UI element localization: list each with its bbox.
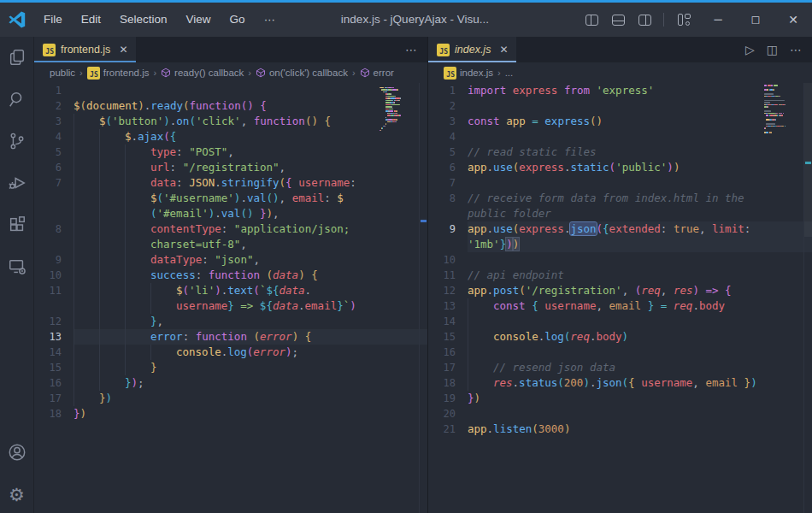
tab-frontend.js[interactable]: JSfrontend.js✕ xyxy=(34,37,136,62)
code-line[interactable]: $('#username').val(), email: $ xyxy=(34,191,427,206)
minimap-seg xyxy=(395,96,396,97)
code-line[interactable]: 21app.listen(3000) xyxy=(428,422,812,437)
code-line[interactable]: 4$.ajax({ xyxy=(34,129,427,144)
code-line[interactable]: 8contentType: "application/json; xyxy=(34,221,427,237)
line-number: 18 xyxy=(34,406,74,422)
code-line[interactable]: charset=utf-8", xyxy=(34,237,427,252)
code-line[interactable]: 14 xyxy=(428,314,812,329)
overview-ruler[interactable] xyxy=(419,83,427,513)
source-control-icon[interactable] xyxy=(7,131,27,151)
extensions-icon[interactable] xyxy=(7,215,27,235)
code-line[interactable]: 1 xyxy=(34,83,427,98)
code-line[interactable]: 17}) xyxy=(34,391,427,406)
code-line[interactable]: 16 xyxy=(428,345,812,360)
code-line[interactable]: 3$('button').on('click', function() { xyxy=(34,114,427,129)
close-button[interactable]: ✕ xyxy=(774,3,812,37)
split-editor-icon[interactable]: ◫ xyxy=(767,43,778,56)
menu-item-selection[interactable]: Selection xyxy=(110,3,177,37)
code-line[interactable]: 13error: function (error) { xyxy=(34,329,427,345)
code-line[interactable]: 7 xyxy=(428,175,812,191)
code-line[interactable]: 2$(document).ready(function() { xyxy=(34,98,427,114)
code-line[interactable]: 15} xyxy=(34,360,427,375)
code-line[interactable]: public folder xyxy=(428,206,812,221)
breadcrumb-item[interactable]: JSfrontend.js xyxy=(87,67,150,80)
code-line[interactable]: 6url: "/registration", xyxy=(34,160,427,175)
code-line[interactable]: 20 xyxy=(428,406,812,422)
tab-close-icon[interactable]: ✕ xyxy=(115,44,127,56)
code-line[interactable]: 16}); xyxy=(34,375,427,391)
code-line[interactable]: 17// resend json data xyxy=(428,360,812,375)
code-line[interactable]: 19}) xyxy=(428,391,812,406)
menu-item-edit[interactable]: Edit xyxy=(72,3,110,37)
code-line[interactable]: 1import express from 'express' xyxy=(428,83,812,98)
minimap[interactable] xyxy=(764,85,803,179)
code-line[interactable]: 10 xyxy=(428,252,812,268)
code-line[interactable]: 9app.use(express.json({extended: true, l… xyxy=(428,221,812,237)
menu-item-go[interactable]: Go xyxy=(221,3,255,37)
code-line[interactable]: 3const app = express() xyxy=(428,114,812,129)
vscode-logo-icon[interactable] xyxy=(0,11,34,28)
code-line[interactable]: '1mb'})) xyxy=(428,237,812,252)
token xyxy=(635,376,642,389)
breadcrumb-item[interactable]: on('click') callback xyxy=(256,68,348,78)
account-icon[interactable] xyxy=(7,442,27,463)
settings-gear-icon[interactable]: ⚙ xyxy=(7,484,27,504)
code-line[interactable]: username} => ${data.email}`) xyxy=(34,298,427,314)
code-line[interactable]: 18}) xyxy=(34,406,427,422)
code-line[interactable]: 18res.status(200).json({ username, email… xyxy=(428,375,812,391)
tab-close-icon[interactable]: ✕ xyxy=(496,44,508,56)
breadcrumb-item[interactable]: ready() callback xyxy=(161,68,244,78)
code-text: res.status(200).json({ username, email }… xyxy=(468,375,812,391)
more-actions-icon[interactable]: ⋯ xyxy=(405,43,417,56)
minimap-seg xyxy=(397,110,397,112)
code-line[interactable]: 11// api endpoint xyxy=(428,268,812,283)
run-debug-icon[interactable] xyxy=(7,173,27,193)
explorer-icon[interactable] xyxy=(7,47,27,68)
token: // api endpoint xyxy=(468,268,564,281)
breadcrumb-item[interactable]: public xyxy=(50,68,75,78)
code-line[interactable]: 11$('li').text(`${data. xyxy=(34,283,427,298)
remote-explorer-icon[interactable] xyxy=(7,256,27,277)
code-line[interactable]: 4 xyxy=(428,129,812,144)
minimap[interactable] xyxy=(380,85,419,179)
code-line[interactable]: 12app.post('/registration', (req, res) =… xyxy=(428,283,812,298)
more-actions-icon[interactable]: ⋯ xyxy=(790,43,802,56)
code-line[interactable]: 8// receive form data from index.html in… xyxy=(428,191,812,206)
code-line[interactable]: 15console.log(req.body) xyxy=(428,329,812,345)
scrollbar-slider[interactable] xyxy=(804,83,812,237)
run-file-icon[interactable]: ▷ xyxy=(745,43,755,56)
maximize-button[interactable]: ◻ xyxy=(737,3,774,37)
code-line[interactable]: 6app.use(express.static('public')) xyxy=(428,160,812,175)
indent-guide xyxy=(99,329,125,345)
tab-index.js[interactable]: JSindex.js✕ xyxy=(428,37,516,62)
code-line[interactable]: 2 xyxy=(428,98,812,114)
minimize-button[interactable]: ─ xyxy=(699,3,737,37)
indent-guide xyxy=(74,221,99,237)
code-line[interactable]: 14console.log(error); xyxy=(34,345,427,360)
toggle-panel-icon[interactable] xyxy=(612,15,625,26)
code-line[interactable]: 5type: "POST", xyxy=(34,144,427,160)
search-icon[interactable] xyxy=(7,89,27,109)
customize-layout-icon[interactable] xyxy=(678,14,691,26)
token: ) xyxy=(163,115,170,127)
overview-ruler[interactable] xyxy=(803,83,812,513)
breadcrumb-item[interactable]: error xyxy=(360,68,394,78)
toggle-secondary-sidebar-icon[interactable] xyxy=(638,15,651,26)
code-line[interactable]: 13const { username, email } = req.body xyxy=(428,298,812,314)
code-line[interactable]: 5// read static files xyxy=(428,144,812,160)
code-line[interactable]: 10success: function (data) { xyxy=(34,268,427,283)
token: console xyxy=(493,330,538,343)
code-line[interactable]: 7data: JSON.stringify({ username: xyxy=(34,175,427,191)
code-text: } xyxy=(74,360,427,375)
breadcrumb-item[interactable]: ... xyxy=(505,68,514,78)
menu-item-file[interactable]: File xyxy=(34,3,72,37)
menu-item-[interactable]: ··· xyxy=(255,3,285,37)
code-editor[interactable]: 12$(document).ready(function() {3$('butt… xyxy=(34,83,427,513)
menu-item-view[interactable]: View xyxy=(177,3,221,37)
code-line[interactable]: ('#email').val() }), xyxy=(34,206,427,221)
breadcrumb-item[interactable]: JSindex.js xyxy=(444,67,493,80)
code-line[interactable]: 12}, xyxy=(34,314,427,329)
code-editor[interactable]: 1import express from 'express'23const ap… xyxy=(428,83,812,513)
toggle-sidebar-icon[interactable] xyxy=(585,15,598,26)
code-line[interactable]: 9dataType: "json", xyxy=(34,252,427,268)
